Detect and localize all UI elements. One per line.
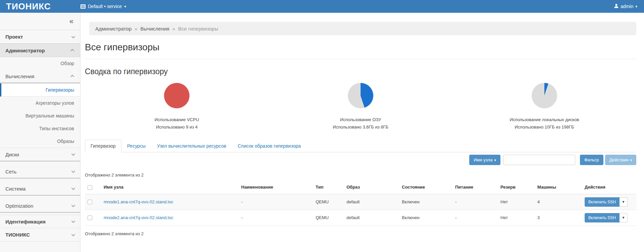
main-content: Администратор » Вычисления » Все гиперви… — [80, 13, 644, 252]
sidebar-group-optimization[interactable]: Optimization — [0, 199, 80, 213]
cell-power: - — [452, 210, 498, 225]
sidebar-panel-label: Администратор — [5, 48, 45, 53]
sidebar-group-label: Вычисления — [5, 73, 34, 79]
cell-image: default — [344, 210, 399, 225]
breadcrumb-current: Все гипервизоры — [178, 26, 218, 32]
disk-usage-pie-chart — [532, 83, 557, 108]
sidebar-item-images[interactable]: Образы — [0, 135, 80, 148]
user-menu-label: admin — [621, 4, 633, 9]
row-action-caret-button[interactable]: ▼ — [620, 213, 628, 222]
sidebar-item-overview[interactable]: Обзор — [0, 57, 80, 70]
cell-type: QEMU — [313, 194, 344, 210]
sidebar-collapse-row: « — [0, 13, 80, 30]
actions-label: Действия — [609, 157, 629, 162]
column-header-reserve: Резерв — [498, 181, 535, 194]
pie-chart-caption: Использовано 10ГБ из 198ГБ — [452, 124, 636, 130]
context-list-icon — [80, 4, 86, 9]
sidebar-group-label: Система — [5, 186, 25, 192]
usage-pie-charts: Использование VCPU Использовано 9 из 4 И… — [85, 83, 636, 130]
cell-state: Включен — [399, 194, 452, 210]
cell-image: default — [344, 194, 399, 210]
row-checkbox[interactable] — [88, 215, 92, 220]
row-action-split-button: Включить SSH ▼ — [585, 213, 628, 222]
filter-field-dropdown[interactable]: Имя узла▾ — [469, 155, 500, 165]
row-action-caret-button[interactable]: ▼ — [620, 197, 628, 207]
enable-ssh-button[interactable]: Включить SSH — [585, 213, 620, 222]
chevron-down-icon: ▾ — [635, 5, 637, 8]
ram-usage-pie-chart — [348, 83, 373, 108]
sidebar-panel-tionix[interactable]: ТИОНИКС — [0, 228, 80, 242]
filter-button[interactable]: Фильтр — [580, 155, 603, 165]
tab-hypervisor-images[interactable]: Список образов гипервизора — [232, 140, 307, 152]
cell-reserve: Нет — [498, 194, 535, 210]
chevron-down-icon — [71, 152, 75, 156]
sidebar-panel-project[interactable]: Проект — [0, 30, 80, 44]
breadcrumb-admin[interactable]: Администратор — [95, 26, 131, 32]
sidebar-panel-label: ТИОНИКС — [5, 232, 30, 238]
sidebar-group-network[interactable]: Сеть — [0, 165, 80, 179]
sidebar-item-virtual-machines[interactable]: Виртуальные машины — [0, 109, 80, 122]
breadcrumb-compute[interactable]: Вычисления — [141, 26, 169, 32]
cell-naming: - — [238, 194, 313, 210]
cell-machines: 3 — [535, 210, 582, 225]
pie-chart-caption: Использовано 3,6ГБ из 8ГБ — [269, 124, 452, 130]
chevron-down-icon — [71, 169, 75, 173]
sidebar-group-label: Диски — [5, 152, 19, 157]
sidebar-group-system[interactable]: Система — [0, 182, 80, 196]
cell-naming: - — [238, 210, 313, 225]
sidebar-panel-identity[interactable]: Идентификация — [0, 215, 80, 228]
column-header-state: Состояние — [399, 181, 452, 194]
enable-ssh-button[interactable]: Включить SSH — [585, 197, 620, 207]
hypervisor-link[interactable]: mnode2.ana-cnt7q-ovs-02.stand.loc — [104, 215, 173, 220]
hypervisor-summary-title: Сводка по гипервизору — [85, 67, 636, 76]
items-count-bottom: Отображено 2 элемента из 2 — [85, 231, 636, 236]
filter-search-input[interactable] — [503, 155, 575, 165]
tab-hypervisor[interactable]: Гипервизор — [85, 140, 121, 152]
sidebar-item-hypervisors[interactable]: Гипервизоры — [0, 83, 80, 97]
column-header-actions: Действия — [582, 181, 636, 194]
chevron-down-icon — [71, 232, 75, 236]
chevron-down-icon — [71, 219, 75, 223]
breadcrumb-separator: » — [135, 26, 137, 32]
row-action-split-button: Включить SSH ▼ — [585, 197, 628, 207]
select-all-checkbox[interactable] — [88, 185, 92, 190]
page-title: Все гипервизоры — [85, 42, 636, 59]
pie-chart-title: Использование VCPU — [85, 117, 269, 122]
vcpu-usage-pie-chart — [164, 83, 190, 108]
sidebar-panel-admin[interactable]: Администратор — [0, 44, 80, 57]
hypervisors-table: Имя узла Наименование Тип Образ Состояни… — [85, 181, 636, 226]
chevron-down-icon: ▾ — [494, 158, 496, 162]
filter-toolbar: Имя узла▾ Фильтр Действия▾ — [85, 155, 636, 165]
tab-compute-host[interactable]: Узел вычислительных ресурсов — [151, 140, 232, 152]
items-count-top: Отображено 2 элемента из 2 — [85, 172, 636, 178]
sidebar-group-volumes[interactable]: Диски — [0, 148, 80, 161]
cell-reserve: Нет — [498, 210, 535, 225]
chevron-down-icon: ▾ — [630, 158, 632, 162]
hypervisor-link[interactable]: mnode1.ana-cnt7q-ovs-02.stand.loc — [104, 199, 173, 204]
row-checkbox[interactable] — [88, 200, 92, 204]
project-context-switcher[interactable]: Default • service ▾ — [80, 4, 126, 9]
sidebar-group-compute[interactable]: Вычисления — [0, 70, 80, 83]
column-header-power: Питание — [452, 181, 498, 194]
sidebar-collapse-button[interactable]: « — [69, 17, 73, 26]
top-header-bar: ТИОНИКС Default • service ▾ admin ▾ — [0, 0, 644, 13]
sidebar-item-host-aggregates[interactable]: Агрегаторы узлов — [0, 97, 80, 109]
column-header-machines: Машины — [535, 181, 582, 194]
user-menu[interactable]: admin ▾ — [614, 4, 644, 9]
pie-chart-title: Использование ОЗУ — [269, 117, 452, 122]
disk-usage-block: Использование локальных дисков Использов… — [452, 83, 636, 130]
actions-dropdown-button[interactable]: Действия▾ — [605, 155, 637, 165]
sidebar-item-flavors[interactable]: Типы инстансов — [0, 122, 80, 135]
tab-resources[interactable]: Ресурсы — [121, 140, 151, 152]
context-switcher-label: Default • service — [88, 4, 122, 9]
cell-state: Включен — [399, 210, 452, 225]
vcpu-usage-block: Использование VCPU Использовано 9 из 4 — [85, 83, 269, 130]
ram-usage-block: Использование ОЗУ Использовано 3,6ГБ из … — [269, 83, 452, 130]
app-window: ТИОНИКС Default • service ▾ admin ▾ « Пр… — [0, 0, 644, 252]
chevron-down-icon — [71, 203, 75, 207]
cell-type: QEMU — [313, 210, 344, 225]
table-header-row: Имя узла Наименование Тип Образ Состояни… — [85, 181, 636, 194]
column-header-type: Тип — [313, 181, 344, 194]
sidebar-panel-label: Проект — [5, 34, 23, 40]
tionix-logo: ТИОНИКС — [0, 1, 80, 12]
